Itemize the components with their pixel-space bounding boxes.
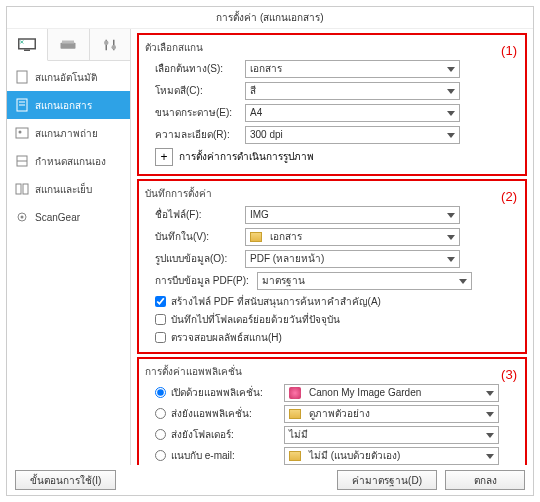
- label-pdf-compression: การบีบข้อมูล PDF(P):: [145, 273, 257, 288]
- select-resolution[interactable]: 300 dpi: [245, 126, 460, 144]
- svg-rect-17: [23, 184, 28, 194]
- scan-options-region: (1) ตัวเลือกสแกน เลือกต้นทาง(S):เอกสาร โ…: [137, 33, 527, 176]
- svg-rect-8: [17, 71, 27, 83]
- nav-label: สแกนอัตโนมัติ: [35, 70, 97, 85]
- svg-rect-16: [16, 184, 21, 194]
- radio-open-with[interactable]: [155, 387, 166, 398]
- window-title: การตั้งค่า (สแกนเอกสาร): [7, 7, 533, 29]
- nav-scan-photo[interactable]: สแกนภาพถ่าย: [7, 119, 130, 147]
- label-source: เลือกต้นทาง(S):: [145, 61, 245, 76]
- svg-point-19: [21, 216, 24, 219]
- folder-icon: [289, 451, 301, 461]
- region-marker-2: (2): [501, 189, 517, 204]
- select-open-with[interactable]: Canon My Image Garden: [284, 384, 499, 402]
- select-send-to-app[interactable]: ดูภาพตัวอย่าง: [284, 405, 499, 423]
- svg-rect-0: [19, 39, 36, 49]
- section-title: ตัวเลือกสแกน: [145, 40, 519, 55]
- radio-send-to-folder[interactable]: [155, 429, 166, 440]
- expand-image-processing[interactable]: +: [155, 148, 173, 166]
- svg-rect-1: [24, 49, 30, 51]
- select-send-to-folder[interactable]: ไม่มี: [284, 426, 499, 444]
- tab-settings[interactable]: [90, 29, 130, 60]
- dialog-footer: ขั้นตอนการใช้(I) ค่ามาตรฐาน(D) ตกลง: [7, 465, 533, 495]
- label-save-in: บันทึกใน(V):: [145, 229, 245, 244]
- checkbox[interactable]: [155, 296, 166, 307]
- nav-custom-scan[interactable]: กำหนดสแกนเอง: [7, 147, 130, 175]
- doc-icon: [15, 98, 29, 112]
- select-filename[interactable]: IMG: [245, 206, 460, 224]
- svg-rect-2: [61, 42, 76, 48]
- instructions-button[interactable]: ขั้นตอนการใช้(I): [15, 470, 116, 490]
- tab-scanner[interactable]: [48, 29, 89, 60]
- nav-scan-stitch[interactable]: สแกนและเย็บ: [7, 175, 130, 203]
- label-image-processing: การตั้งค่าการดำเนินการรูปภาพ: [179, 149, 314, 164]
- section-title: บันทึกการตั้งค่า: [145, 186, 519, 201]
- select-data-format[interactable]: PDF (หลายหน้า): [245, 250, 460, 268]
- scanner-icon: [59, 38, 77, 52]
- photo-icon: [15, 126, 29, 140]
- nav-label: สแกนและเย็บ: [35, 182, 92, 197]
- select-color-mode[interactable]: สี: [245, 82, 460, 100]
- custom-icon: [15, 154, 29, 168]
- svg-point-7: [111, 45, 116, 50]
- checkbox[interactable]: [155, 332, 166, 343]
- radio-send-to-app[interactable]: [155, 408, 166, 419]
- defaults-button[interactable]: ค่ามาตรฐาน(D): [337, 470, 437, 490]
- label-data-format: รูปแบบข้อมูล(O):: [145, 251, 245, 266]
- gear-icon: [15, 210, 29, 224]
- doc-icon: [15, 70, 29, 84]
- label-color-mode: โหมดสี(C):: [145, 83, 245, 98]
- select-paper-size[interactable]: A4: [245, 104, 460, 122]
- select-pdf-compression[interactable]: มาตรฐาน: [257, 272, 472, 290]
- select-source[interactable]: เอกสาร: [245, 60, 460, 78]
- radio-attach-email[interactable]: [155, 450, 166, 461]
- nav-list: สแกนอัตโนมัติ สแกนเอกสาร สแกนภาพถ่าย กำห…: [7, 61, 130, 231]
- monitor-icon: [18, 38, 36, 52]
- nav-label: สแกนภาพถ่าย: [35, 126, 98, 141]
- checkbox[interactable]: [155, 314, 166, 325]
- select-save-in[interactable]: เอกสาร: [245, 228, 460, 246]
- nav-label: ScanGear: [35, 212, 80, 223]
- top-tabs: [7, 29, 130, 61]
- app-icon: [289, 387, 301, 399]
- check-subfolder-date[interactable]: บันทึกไปที่โฟลเดอร์ย่อยด้วยวันที่ปัจจุบั…: [145, 310, 519, 328]
- stitch-icon: [15, 182, 29, 196]
- tab-scan-to-pc[interactable]: [7, 29, 48, 61]
- main-panel: (1) ตัวเลือกสแกน เลือกต้นทาง(S):เอกสาร โ…: [131, 29, 533, 465]
- svg-rect-3: [62, 40, 74, 43]
- section-title: การตั้งค่าแอพพลิเคชั่น: [145, 364, 519, 379]
- svg-rect-12: [16, 128, 28, 138]
- check-review-results[interactable]: ตรวจสอบผลลัพธ์สแกน(H): [145, 328, 519, 346]
- region-marker-3: (3): [501, 367, 517, 382]
- check-pdf-keyword[interactable]: สร้างไฟล์ PDF ที่สนับสนุนการค้นหาคำสำคัญ…: [145, 292, 519, 310]
- app-settings-region: (3) การตั้งค่าแอพพลิเคชั่น เปิดด้วยแอพพล…: [137, 357, 527, 465]
- nav-scan-document[interactable]: สแกนเอกสาร: [7, 91, 130, 119]
- folder-icon: [289, 409, 301, 419]
- sliders-icon: [101, 38, 119, 52]
- ok-button[interactable]: ตกลง: [445, 470, 525, 490]
- label-resolution: ความละเอียด(R):: [145, 127, 245, 142]
- save-settings-region: (2) บันทึกการตั้งค่า ชื่อไฟล์(F):IMG บัน…: [137, 179, 527, 354]
- nav-label: สแกนเอกสาร: [35, 98, 92, 113]
- nav-auto-scan[interactable]: สแกนอัตโนมัติ: [7, 63, 130, 91]
- nav-label: กำหนดสแกนเอง: [35, 154, 106, 169]
- svg-point-6: [104, 40, 109, 45]
- sidebar: สแกนอัตโนมัติ สแกนเอกสาร สแกนภาพถ่าย กำห…: [7, 29, 131, 465]
- region-marker-1: (1): [501, 43, 517, 58]
- label-paper-size: ขนาดกระดาษ(E):: [145, 105, 245, 120]
- nav-scangear[interactable]: ScanGear: [7, 203, 130, 231]
- svg-point-13: [19, 131, 22, 134]
- label-filename: ชื่อไฟล์(F):: [145, 207, 245, 222]
- folder-icon: [250, 232, 262, 242]
- select-attach-email[interactable]: ไม่มี (แนบด้วยตัวเอง): [284, 447, 499, 465]
